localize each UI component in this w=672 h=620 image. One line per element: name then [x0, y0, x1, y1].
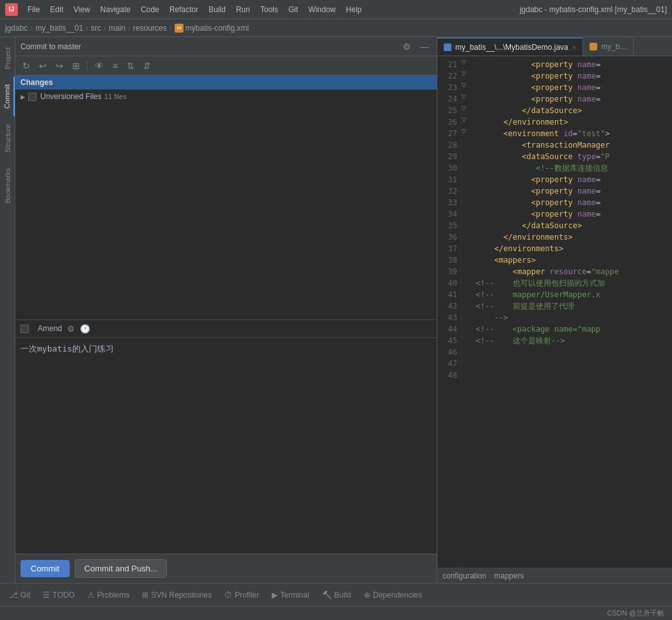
commit-message-area: 一次mybatis的入门练习 — [15, 338, 437, 554]
group-btn[interactable]: ⊞ — [69, 59, 83, 73]
status-bar: CSDN @兰舟千帆 — [0, 606, 672, 620]
menu-view[interactable]: View — [69, 4, 95, 15]
line-num-38: 38 — [437, 254, 457, 266]
title-bar: IJ File Edit View Navigate Code Refactor… — [0, 0, 672, 19]
editor-tab-mybatisdemo[interactable]: my_batis__\...\MybatisDemo.java × — [437, 38, 583, 56]
code-line-23: <property name= — [476, 82, 672, 93]
breadcrumb-src[interactable]: src — [91, 24, 101, 33]
xml-file-icon — [590, 43, 597, 50]
bottom-tab-problems[interactable]: ⚠ Problems — [81, 588, 136, 602]
bottom-tab-git[interactable]: ⎇ Git — [3, 588, 36, 602]
menu-refactor[interactable]: Refactor — [165, 4, 203, 15]
code-line-22: <property name= — [476, 70, 672, 82]
breadcrumb-main[interactable]: main — [109, 24, 125, 33]
code-line-33: <property name= — [476, 185, 672, 197]
menu-navigate[interactable]: Navigate — [96, 4, 135, 15]
commit-and-push-button[interactable]: Commit and Push... — [75, 559, 167, 578]
breadcrumb-jgdabc[interactable]: jgdabc — [5, 24, 27, 33]
menu-file[interactable]: File — [23, 4, 44, 15]
bottom-tab-todo[interactable]: ☰ TODO — [36, 588, 81, 602]
settings-icon[interactable]: ⚙ — [400, 40, 414, 53]
commit-message-input[interactable]: 一次mybatis的入门练习 — [15, 338, 437, 554]
tab-close-icon-1[interactable]: × — [572, 43, 576, 51]
forward-btn[interactable]: ↪ — [52, 59, 66, 73]
line-num-21: 21 — [437, 59, 457, 70]
editor-tab-mybatis2[interactable]: my_b... — [583, 38, 633, 56]
line-num-28: 28 — [437, 139, 457, 151]
line-num-40: 40 — [437, 277, 457, 289]
menu-window[interactable]: Window — [304, 4, 340, 15]
git-icon: ⎇ — [9, 591, 18, 600]
code-line-39: <mappers> — [476, 254, 672, 266]
gutter-25: ▽ — [462, 56, 472, 68]
commit-button[interactable]: Commit — [20, 560, 70, 577]
bottom-tab-terminal[interactable]: ▶ Terminal — [265, 588, 315, 602]
breadcrumb-resources[interactable]: resources — [133, 24, 167, 33]
problems-icon: ⚠ — [88, 591, 95, 600]
amend-section: Amend ⚙ 🕐 — [15, 320, 437, 338]
menu-build[interactable]: Build — [204, 4, 230, 15]
back-btn[interactable]: ↩ — [36, 59, 50, 73]
bottom-tab-build[interactable]: 🔨 Build — [316, 588, 358, 602]
amend-checkbox[interactable] — [20, 325, 29, 333]
line-num-41: 41 — [437, 289, 457, 300]
sort-btn[interactable]: ≡ — [109, 59, 121, 73]
line-num-24: 24 — [437, 93, 457, 105]
changes-header: Changes — [15, 75, 437, 89]
line-num-29: 29 — [437, 151, 457, 162]
code-line-34: <property name= — [476, 197, 672, 208]
menu-help[interactable]: Help — [341, 4, 366, 15]
editor-area: my_batis__\...\MybatisDemo.java × my_b..… — [437, 37, 672, 583]
collapse-btn[interactable]: ⇵ — [140, 59, 154, 73]
line-num-34: 34 — [437, 208, 457, 220]
expand-btn[interactable]: ⇅ — [123, 59, 137, 73]
gutter-28: ▽ — [462, 79, 472, 91]
breadcrumb-sep-3: › — [104, 24, 106, 33]
code-line-25: </dataSource> — [476, 105, 672, 116]
line-num-46: 46 — [437, 346, 457, 358]
file-type-icon: M — [175, 24, 184, 33]
bc-mappers[interactable]: mappers — [494, 571, 524, 580]
unversioned-row[interactable]: ▶ Unversioned Files 11 files — [15, 89, 437, 104]
breadcrumb-sep-5: › — [169, 24, 172, 33]
line-num-35: 35 — [437, 220, 457, 231]
commit-header-icons: ⚙ — — [400, 40, 432, 53]
menu-tools[interactable]: Tools — [256, 4, 283, 15]
side-tab-structure[interactable]: Structure — [1, 116, 14, 160]
line-num-26: 26 — [437, 116, 457, 128]
changes-section: Changes ▶ Unversioned Files 11 files — [15, 75, 437, 104]
amend-settings-icon[interactable]: ⚙ — [67, 324, 75, 334]
file-count: 11 files — [104, 93, 127, 100]
code-editor[interactable]: <property name= <property name= <propert… — [472, 56, 672, 568]
menu-edit[interactable]: Edit — [45, 4, 68, 15]
expand-arrow-icon: ▶ — [20, 93, 26, 100]
line-num-42: 42 — [437, 300, 457, 312]
bc-configuration[interactable]: configuration — [442, 571, 487, 580]
bottom-tab-dependencies[interactable]: ⊕ Dependencies — [357, 588, 428, 602]
bottom-tab-svn[interactable]: ⊞ SVN Repositories — [136, 588, 218, 602]
build-icon: 🔨 — [322, 591, 332, 600]
breadcrumb-sep-2: › — [86, 24, 88, 33]
changes-content-area — [15, 104, 437, 320]
breadcrumb-module[interactable]: my_batis__01 — [35, 24, 83, 33]
view-btn[interactable]: 👁 — [91, 59, 107, 73]
minimize-icon[interactable]: — — [418, 40, 432, 53]
side-tab-project[interactable]: Project — [1, 40, 14, 77]
code-line-28: <environment id="test"> — [476, 128, 672, 139]
unversioned-checkbox[interactable] — [28, 93, 36, 101]
side-tab-commit[interactable]: Commit — [1, 77, 15, 116]
git-tab-label: Git — [20, 591, 30, 600]
line-num-45: 45 — [437, 335, 457, 346]
bottom-tab-profiler[interactable]: ⏱ Profiler — [218, 588, 265, 602]
gutter-30: ▽ — [462, 91, 472, 102]
code-line-31: <!--数据库连接信息 — [476, 162, 672, 174]
menu-code[interactable]: Code — [136, 4, 164, 15]
code-line-44: --> — [476, 312, 672, 323]
menu-run[interactable]: Run — [231, 4, 254, 15]
menu-git[interactable]: Git — [284, 4, 302, 15]
amend-history-icon[interactable]: 🕐 — [80, 324, 90, 334]
breadcrumb-file[interactable]: mybatis-config.xml — [185, 24, 249, 33]
refresh-btn[interactable]: ↻ — [19, 59, 33, 73]
side-tab-bookmarks[interactable]: Bookmarks — [1, 160, 14, 211]
editor-content: 21 22 23 24 25 26 27 28 29 30 31 32 33 3… — [437, 56, 672, 568]
